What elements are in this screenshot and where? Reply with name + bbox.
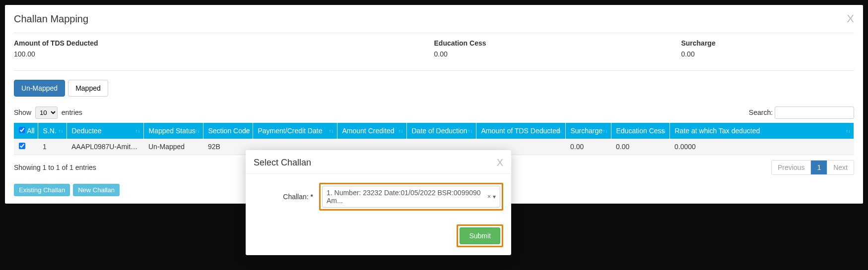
sort-icon: ↑↓ xyxy=(603,128,608,134)
panel-header: Challan Mapping X xyxy=(14,12,854,33)
cell-mapped-status: Un-Mapped xyxy=(143,139,203,155)
modal-footer: Submit xyxy=(246,219,511,255)
sort-icon: ↑↓ xyxy=(662,128,667,134)
challan-selected-value: 1. Number: 23232 Date:01/05/2022 BSR:009… xyxy=(327,189,487,205)
col-deductee[interactable]: Deductee↑↓ xyxy=(67,123,143,139)
show-entries: Show 10 entries xyxy=(14,107,82,119)
summary-surcharge: Surcharge 0.00 xyxy=(681,39,854,58)
select-challan-modal: Select Challan X Challan: * 1. Number: 2… xyxy=(246,150,511,255)
clear-icon[interactable]: × xyxy=(487,193,491,200)
modal-title: Select Challan xyxy=(254,158,311,168)
search-box: Search: xyxy=(749,107,854,119)
chevron-down-icon[interactable]: ▾ xyxy=(493,193,496,200)
sort-icon: ↑↓ xyxy=(135,128,140,134)
cell-section-code: 92B xyxy=(203,139,253,155)
pagination: Previous 1 Next xyxy=(771,160,854,175)
search-input[interactable] xyxy=(775,107,854,119)
sort-icon: ↑↓ xyxy=(846,128,851,134)
modal-header: Select Challan X xyxy=(246,150,511,174)
col-date-deduction[interactable]: Date of Deduction↑↓ xyxy=(406,123,476,139)
summary-surcharge-value: 0.00 xyxy=(681,50,854,58)
page-1-button[interactable]: 1 xyxy=(811,161,827,174)
challan-select[interactable]: 1. Number: 23232 Date:01/05/2022 BSR:009… xyxy=(322,186,500,208)
select-all-checkbox[interactable] xyxy=(19,127,25,133)
row-checkbox[interactable] xyxy=(19,143,25,149)
col-education-cess[interactable]: Education Cess↑↓ xyxy=(611,123,669,139)
sort-icon: ↑↓ xyxy=(557,128,562,134)
summary-tds-label: Amount of TDS Deducted xyxy=(14,39,434,47)
challan-select-highlight: 1. Number: 23232 Date:01/05/2022 BSR:009… xyxy=(319,183,503,211)
cell-rate: 0.0000 xyxy=(669,139,854,155)
page-title: Challan Mapping xyxy=(14,13,88,25)
modal-body: Challan: * 1. Number: 23232 Date:01/05/2… xyxy=(246,174,511,219)
col-rate[interactable]: Rate at which Tax deducted↑↓ xyxy=(669,123,854,139)
summary-tds: Amount of TDS Deducted 100.00 xyxy=(14,39,434,58)
col-amount-tds[interactable]: Amount of TDS Deducted↑↓ xyxy=(476,123,565,139)
modal-close-icon[interactable]: X xyxy=(497,157,503,168)
page-size-select[interactable]: 10 xyxy=(35,107,58,119)
col-payment-date[interactable]: Payment/Credit Date↑↓ xyxy=(253,123,337,139)
summary-cess-value: 0.00 xyxy=(434,50,681,58)
col-amount-credited[interactable]: Amount Credited↑↓ xyxy=(337,123,406,139)
tab-row: Un-Mapped Mapped xyxy=(14,80,854,97)
summary-tds-value: 100.00 xyxy=(14,50,434,58)
sort-icon: ↑↓ xyxy=(468,128,473,134)
next-button[interactable]: Next xyxy=(827,161,854,174)
challan-label: Challan: * xyxy=(254,193,313,201)
table-controls: Show 10 entries Search: xyxy=(14,107,854,119)
submit-highlight: Submit xyxy=(457,224,503,247)
required-asterisk: * xyxy=(311,193,313,201)
sort-icon: ↑↓ xyxy=(245,128,250,134)
col-surcharge[interactable]: Surcharge↑↓ xyxy=(565,123,611,139)
showing-info: Showing 1 to 1 of 1 entries xyxy=(14,163,96,171)
summary-surcharge-label: Surcharge xyxy=(681,39,854,47)
new-challan-button[interactable]: New Challan xyxy=(73,184,120,196)
cell-sn: 1 xyxy=(38,139,67,155)
close-icon[interactable]: X xyxy=(847,12,854,25)
cell-deductee: AAAPL0987U-Amit Kumar xyxy=(67,139,143,155)
sort-icon: ↑↓ xyxy=(195,128,200,134)
tab-unmapped[interactable]: Un-Mapped xyxy=(14,80,65,97)
entries-label: entries xyxy=(62,108,82,116)
sort-icon: ↑↓ xyxy=(399,128,403,134)
table-header-row: All S.N.↑↓ Deductee↑↓ Mapped Status↑↓ Se… xyxy=(14,123,854,139)
existing-challan-button[interactable]: Existing Challan xyxy=(14,184,70,196)
cell-education-cess: 0.00 xyxy=(611,139,669,155)
col-section-code[interactable]: Section Code↑↓ xyxy=(203,123,253,139)
tab-mapped[interactable]: Mapped xyxy=(68,80,108,97)
sort-icon: ↑↓ xyxy=(59,128,64,134)
submit-button[interactable]: Submit xyxy=(460,227,500,244)
col-mapped-status[interactable]: Mapped Status↑↓ xyxy=(143,123,203,139)
cell-surcharge: 0.00 xyxy=(565,139,611,155)
summary-row: Amount of TDS Deducted 100.00 Education … xyxy=(14,39,854,71)
summary-cess: Education Cess 0.00 xyxy=(434,39,681,58)
col-all[interactable]: All xyxy=(14,123,38,139)
challan-form-row: Challan: * 1. Number: 23232 Date:01/05/2… xyxy=(254,183,503,211)
summary-cess-label: Education Cess xyxy=(434,39,681,47)
sort-icon: ↑↓ xyxy=(329,128,334,134)
col-sn[interactable]: S.N.↑↓ xyxy=(38,123,67,139)
search-label: Search: xyxy=(749,108,773,116)
show-label: Show xyxy=(14,108,31,116)
prev-button[interactable]: Previous xyxy=(772,161,811,174)
